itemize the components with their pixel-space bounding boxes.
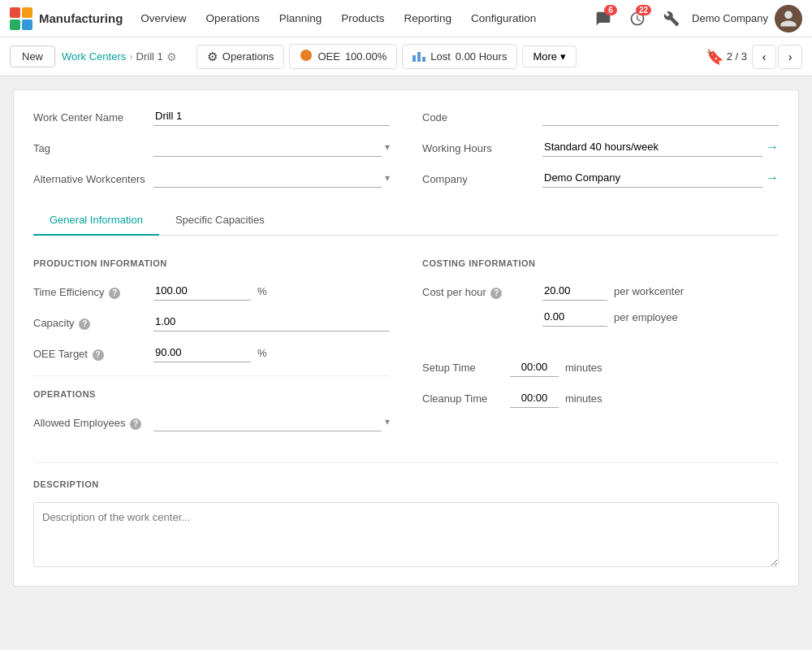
left-tab-section: PRODUCTION INFORMATION Time Efficiency ?… [33,255,390,443]
per-employee-label: per employee [614,311,678,323]
alternative-input[interactable] [153,168,382,188]
allowed-employees-help-icon[interactable]: ? [130,418,141,430]
pager-next-button[interactable]: › [778,45,802,69]
capacity-help-icon[interactable]: ? [79,318,90,330]
top-navigation: Manufacturing Overview Operations Planni… [0,0,812,37]
nav-overview[interactable]: Overview [132,9,194,28]
description-textarea[interactable] [33,502,779,567]
lost-action-button[interactable]: Lost 0.00 Hours [402,44,517,69]
working-hours-value: Standard 40 hours/week → [542,137,779,157]
tag-dropdown-arrow[interactable]: ▾ [385,141,390,153]
brand-logo[interactable]: Manufacturing [10,7,123,30]
per-workcenter-label: per workcenter [614,285,684,297]
oee-target-label: OEE Target ? [33,343,147,361]
company-link-icon[interactable]: → [766,171,779,185]
breadcrumb-parent[interactable]: Work Centers [62,50,126,63]
company-field: Company Demo Company → [422,168,779,188]
work-center-name-label: Work Center Name [33,106,147,124]
top-fields: Work Center Name Tag ▾ Alternati [33,106,779,199]
code-input[interactable] [542,106,779,126]
time-efficiency-label: Time Efficiency ? [33,281,147,299]
nav-operations[interactable]: Operations [198,9,268,28]
breadcrumb-separator: › [129,50,132,63]
clock-badge: 22 [636,5,651,15]
nav-products[interactable]: Products [333,9,392,28]
alternative-label: Alternative Workcenters [33,168,147,185]
allowed-employees-input[interactable] [153,412,382,431]
cost-per-hour-label: Cost per hour ? [422,281,536,299]
company-select[interactable]: Demo Company [542,168,762,188]
capacity-field: Capacity ? [33,312,390,332]
operations-action-button[interactable]: ⚙ Operations [197,45,285,69]
code-field: Code [422,106,779,126]
bookmark-button[interactable]: 🔖 [706,48,723,66]
pager: 2 / 3 ‹ › [727,45,802,69]
tab-general-information[interactable]: General Information [33,206,159,236]
working-hours-field: Working Hours Standard 40 hours/week → [422,137,779,157]
cleanup-time-unit: minutes [565,392,603,405]
main-content: Work Center Name Tag ▾ Alternati [0,76,812,600]
more-button[interactable]: More ▾ [522,46,577,67]
svg-rect-0 [10,7,20,18]
alternative-field: Alternative Workcenters ▾ [33,168,390,188]
cost-per-hour-field: Cost per hour ? per workcenter per emplo… [422,281,779,333]
sub-navigation: New Work Centers › Drill 1 ⚙ ⚙ Operation… [0,37,812,76]
new-button[interactable]: New [10,46,55,67]
costing-section-header: COSTING INFORMATION [422,258,779,268]
cost-employee-input[interactable] [542,307,607,327]
time-efficiency-input[interactable] [153,281,251,301]
cost-per-hour-help-icon[interactable]: ? [490,288,502,299]
right-tab-section: COSTING INFORMATION Cost per hour ? per … [422,255,779,443]
oee-target-input[interactable] [153,343,251,362]
work-center-name-value [153,106,390,126]
working-hours-link-icon[interactable]: → [766,140,779,154]
alternative-value: ▾ [153,168,390,188]
pager-prev-button[interactable]: ‹ [752,45,776,69]
tag-field: Tag ▾ [33,137,390,157]
clock-button[interactable]: 22 [624,5,651,32]
tab-specific-capacities[interactable]: Specific Capacities [159,206,281,236]
description-section-header: DESCRIPTION [33,479,779,489]
messages-button[interactable]: 6 [590,5,617,32]
company-name: Demo Company [692,12,768,24]
cost-workcenter-input[interactable] [542,281,607,301]
wrench-button[interactable] [658,5,685,32]
pager-label: 2 / 3 [727,50,747,63]
svg-rect-3 [22,20,32,30]
time-efficiency-unit: % [257,285,267,297]
tag-value: ▾ [153,137,390,157]
cost-employee-row: per employee [542,307,779,327]
cleanup-time-input[interactable] [510,388,559,408]
nav-planning[interactable]: Planning [271,9,330,28]
tab-content-general: PRODUCTION INFORMATION Time Efficiency ?… [33,255,779,443]
code-label: Code [422,106,536,124]
work-center-name-input[interactable] [153,106,390,126]
messages-badge: 6 [604,5,617,15]
app-icon [10,7,32,30]
setup-time-input[interactable] [510,358,559,377]
alternative-dropdown-arrow[interactable]: ▾ [385,172,390,184]
form-card: Work Center Name Tag ▾ Alternati [13,89,799,587]
capacity-input[interactable] [153,312,390,332]
time-efficiency-help-icon[interactable]: ? [109,288,120,299]
oee-action-button[interactable]: OEE 100.00% [289,44,397,69]
settings-icon[interactable]: ⚙ [166,50,177,63]
allowed-employees-dropdown-arrow[interactable]: ▾ [385,416,390,427]
user-avatar[interactable] [775,5,802,32]
description-section: DESCRIPTION [33,462,779,570]
time-efficiency-field: Time Efficiency ? % [33,281,390,301]
cost-workcenter-row: per workcenter [542,281,779,301]
chevron-down-icon: ▾ [560,50,566,63]
oee-target-help-icon[interactable]: ? [93,349,104,361]
working-hours-select[interactable]: Standard 40 hours/week [542,137,762,157]
tag-label: Tag [33,137,147,154]
nav-reporting[interactable]: Reporting [395,9,460,28]
divider-operations [33,375,390,376]
setup-time-unit: minutes [565,362,603,374]
nav-configuration[interactable]: Configuration [463,9,544,28]
setup-time-field: Setup Time minutes [422,358,779,377]
oee-target-field: OEE Target ? % [33,343,390,362]
tag-input[interactable] [153,137,382,157]
right-fields: Code Working Hours Standard 40 hours/wee… [422,106,779,199]
cleanup-time-label: Cleanup Time [422,392,503,405]
